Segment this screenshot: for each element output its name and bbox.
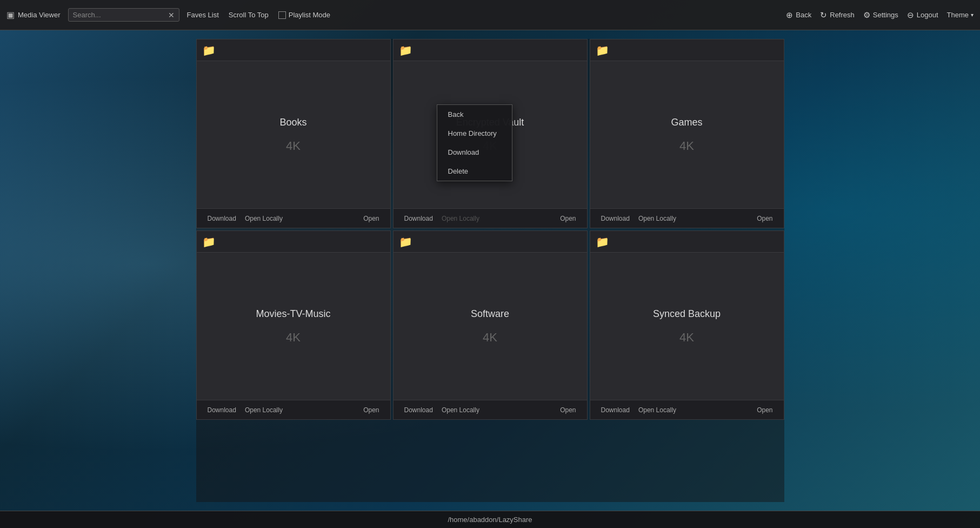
folder-icon-software: 📁 xyxy=(399,235,412,248)
folder-name-movies-tv-music: Movies-TV-Music xyxy=(256,308,330,320)
settings-button[interactable]: ⚙ Settings xyxy=(863,10,898,20)
context-menu-download[interactable]: Download xyxy=(437,143,512,162)
open-locally-btn-software[interactable]: Open Locally xyxy=(437,404,484,416)
card-body-movies-tv-music: Movies-TV-Music 4K xyxy=(197,253,390,400)
nav-links: Faves List Scroll To Top Playlist Mode xyxy=(187,11,779,19)
card-body-synced-backup: Synced Backup 4K xyxy=(590,253,784,400)
faves-list-link[interactable]: Faves List xyxy=(187,11,219,19)
card-header-software: 📁 xyxy=(394,231,587,253)
folder-card-encrypted-vault[interactable]: 📁 Encrypted Vault 4K Download Open Local… xyxy=(393,39,588,228)
card-footer-synced-backup: Download Open Locally Open xyxy=(590,400,784,419)
context-menu-home-directory[interactable]: Home Directory xyxy=(437,124,512,143)
theme-button[interactable]: Theme ▾ xyxy=(947,11,974,19)
open-locally-btn-encrypted-vault: Open Locally xyxy=(437,213,484,225)
app-logo-icon: ▣ xyxy=(6,10,15,20)
card-header-encrypted-vault: 📁 xyxy=(394,39,587,61)
open-btn-games[interactable]: Open xyxy=(752,213,777,225)
open-btn-software[interactable]: Open xyxy=(556,404,580,416)
context-menu: Back Home Directory Download Delete xyxy=(437,104,512,181)
folder-icon-games: 📁 xyxy=(596,44,609,57)
download-btn-software[interactable]: Download xyxy=(400,404,437,416)
open-locally-btn-books[interactable]: Open Locally xyxy=(241,213,287,225)
logout-icon: ⊖ xyxy=(907,10,914,20)
context-menu-delete[interactable]: Delete xyxy=(437,162,512,181)
card-footer-encrypted-vault: Download Open Locally Open xyxy=(394,208,587,228)
scroll-to-top-link[interactable]: Scroll To Top xyxy=(229,11,269,19)
context-menu-back[interactable]: Back xyxy=(437,105,512,124)
search-input[interactable] xyxy=(73,11,165,19)
card-body-books: Books 4K xyxy=(197,61,390,208)
theme-dropdown-icon: ▾ xyxy=(971,12,974,18)
folder-card-games[interactable]: 📁 Games 4K Download Open Locally Open xyxy=(590,39,784,228)
download-btn-synced-backup[interactable]: Download xyxy=(597,404,634,416)
download-btn-encrypted-vault[interactable]: Download xyxy=(400,213,437,225)
folder-card-movies-tv-music[interactable]: 📁 Movies-TV-Music 4K Download Open Local… xyxy=(196,230,391,420)
app-title: Media Viewer xyxy=(18,11,61,19)
logout-label: Logout xyxy=(917,11,938,19)
folder-name-games: Games xyxy=(671,117,702,128)
right-actions: ⊕ Back ↻ Refresh ⚙ Settings ⊖ Logout The… xyxy=(786,10,974,20)
topbar: ▣ Media Viewer ✕ Faves List Scroll To To… xyxy=(0,0,980,30)
statusbar-path: /home/abaddon/LazyShare xyxy=(448,516,532,524)
folder-name-synced-backup: Synced Backup xyxy=(653,308,721,320)
refresh-icon: ↻ xyxy=(820,10,827,20)
open-locally-btn-movies-tv-music[interactable]: Open Locally xyxy=(241,404,287,416)
folder-size-books: 4K xyxy=(286,139,301,153)
refresh-button[interactable]: ↻ Refresh xyxy=(820,10,855,20)
folder-card-synced-backup[interactable]: 📁 Synced Backup 4K Download Open Locally… xyxy=(590,230,784,420)
open-btn-encrypted-vault[interactable]: Open xyxy=(556,213,580,225)
folder-grid: 📁 Books 4K Download Open Locally Open 📁 … xyxy=(196,39,784,502)
back-label: Back xyxy=(796,11,811,19)
back-button[interactable]: ⊕ Back xyxy=(786,10,811,20)
download-btn-books[interactable]: Download xyxy=(203,213,241,225)
card-header-synced-backup: 📁 xyxy=(590,231,784,253)
card-footer-books: Download Open Locally Open xyxy=(197,208,390,228)
folder-size-games: 4K xyxy=(679,139,694,153)
card-footer-movies-tv-music: Download Open Locally Open xyxy=(197,400,390,419)
main-content: 📁 Books 4K Download Open Locally Open 📁 … xyxy=(0,30,980,511)
statusbar: /home/abaddon/LazyShare xyxy=(0,511,980,528)
app-logo: ▣ Media Viewer xyxy=(6,10,61,20)
folder-icon-movies-tv-music: 📁 xyxy=(202,235,216,248)
folder-name-books: Books xyxy=(279,117,306,128)
refresh-label: Refresh xyxy=(830,11,855,19)
download-btn-movies-tv-music[interactable]: Download xyxy=(203,404,241,416)
folder-card-books[interactable]: 📁 Books 4K Download Open Locally Open xyxy=(196,39,391,228)
open-locally-btn-synced-backup[interactable]: Open Locally xyxy=(634,404,681,416)
folder-icon-encrypted-vault: 📁 xyxy=(399,44,412,57)
card-header-books: 📁 xyxy=(197,39,390,61)
open-btn-movies-tv-music[interactable]: Open xyxy=(359,404,383,416)
folder-size-synced-backup: 4K xyxy=(679,331,694,345)
folder-size-movies-tv-music: 4K xyxy=(286,331,301,345)
folder-card-software[interactable]: 📁 Software 4K Download Open Locally Open xyxy=(393,230,588,420)
settings-label: Settings xyxy=(873,11,898,19)
download-btn-games[interactable]: Download xyxy=(597,213,634,225)
folder-icon-books: 📁 xyxy=(202,44,216,57)
back-icon: ⊕ xyxy=(786,10,793,20)
folder-name-software: Software xyxy=(471,308,509,320)
card-footer-games: Download Open Locally Open xyxy=(590,208,784,228)
open-btn-synced-backup[interactable]: Open xyxy=(752,404,777,416)
playlist-mode-toggle[interactable]: Playlist Mode xyxy=(278,11,330,19)
open-locally-btn-games[interactable]: Open Locally xyxy=(634,213,681,225)
open-btn-books[interactable]: Open xyxy=(359,213,383,225)
playlist-mode-label: Playlist Mode xyxy=(289,11,330,19)
card-footer-software: Download Open Locally Open xyxy=(394,400,587,419)
search-clear-icon[interactable]: ✕ xyxy=(168,11,175,19)
folder-icon-synced-backup: 📁 xyxy=(596,235,609,248)
card-header-games: 📁 xyxy=(590,39,784,61)
theme-label: Theme xyxy=(947,11,969,19)
card-body-software: Software 4K xyxy=(394,253,587,400)
card-header-movies-tv-music: 📁 xyxy=(197,231,390,253)
settings-icon: ⚙ xyxy=(863,10,870,20)
search-box: ✕ xyxy=(68,8,179,22)
playlist-mode-checkbox[interactable] xyxy=(278,11,286,19)
logout-button[interactable]: ⊖ Logout xyxy=(907,10,938,20)
folder-size-software: 4K xyxy=(483,331,497,345)
card-body-games: Games 4K xyxy=(590,61,784,208)
